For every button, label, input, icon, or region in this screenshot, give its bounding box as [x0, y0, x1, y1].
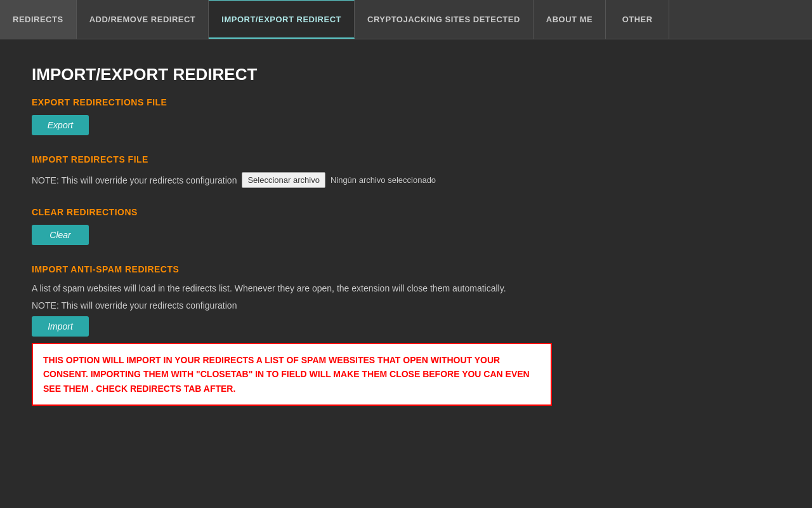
- import-file-section-title: IMPORT REDIRECTS FILE: [32, 154, 780, 164]
- tab-cryptojacking[interactable]: CRYPTOJACKING SITES DETECTED: [355, 0, 534, 39]
- import-antispam-button[interactable]: Import: [32, 316, 89, 337]
- clear-section-title: CLEAR REDIRECTIONS: [32, 207, 780, 217]
- tab-other[interactable]: OTHER: [606, 0, 669, 39]
- warning-text: THIS OPTION WILL IMPORT IN YOUR REDIRECT…: [43, 353, 540, 396]
- page-title: IMPORT/EXPORT REDIRECT: [32, 65, 780, 84]
- import-file-section: IMPORT REDIRECTS FILE NOTE: This will ov…: [32, 154, 780, 188]
- anti-spam-section-title: IMPORT ANTI-SPAM REDIRECTS: [32, 264, 780, 274]
- import-note: NOTE: This will override your redirects …: [32, 175, 237, 185]
- file-select-button[interactable]: Seleccionar archivo: [242, 172, 325, 188]
- nav-bar: REDIRECTS ADD/REMOVE REDIRECT IMPORT/EXP…: [0, 0, 812, 39]
- tab-redirects[interactable]: REDIRECTS: [0, 0, 77, 39]
- export-section-title: EXPORT REDIRECTIONS FILE: [32, 97, 780, 107]
- anti-spam-section: IMPORT ANTI-SPAM REDIRECTS A list of spa…: [32, 264, 780, 406]
- clear-section: CLEAR REDIRECTIONS Clear: [32, 207, 780, 245]
- export-button[interactable]: Export: [32, 115, 89, 135]
- anti-spam-description1: A list of spam websites will load in the…: [32, 282, 780, 295]
- export-section: EXPORT REDIRECTIONS FILE Export: [32, 97, 780, 135]
- tab-add-remove[interactable]: ADD/REMOVE REDIRECT: [77, 0, 209, 39]
- tab-about-me[interactable]: ABOUT ME: [534, 0, 606, 39]
- warning-box: THIS OPTION WILL IMPORT IN YOUR REDIRECT…: [32, 343, 552, 406]
- anti-spam-description2: NOTE: This will override your redirects …: [32, 299, 780, 312]
- file-label: Ningún archivo seleccionado: [331, 175, 436, 185]
- file-input-row: NOTE: This will override your redirects …: [32, 172, 780, 188]
- tab-import-export[interactable]: IMPORT/EXPORT REDIRECT: [209, 0, 355, 39]
- main-content: IMPORT/EXPORT REDIRECT EXPORT REDIRECTIO…: [0, 39, 812, 450]
- clear-button[interactable]: Clear: [32, 225, 89, 245]
